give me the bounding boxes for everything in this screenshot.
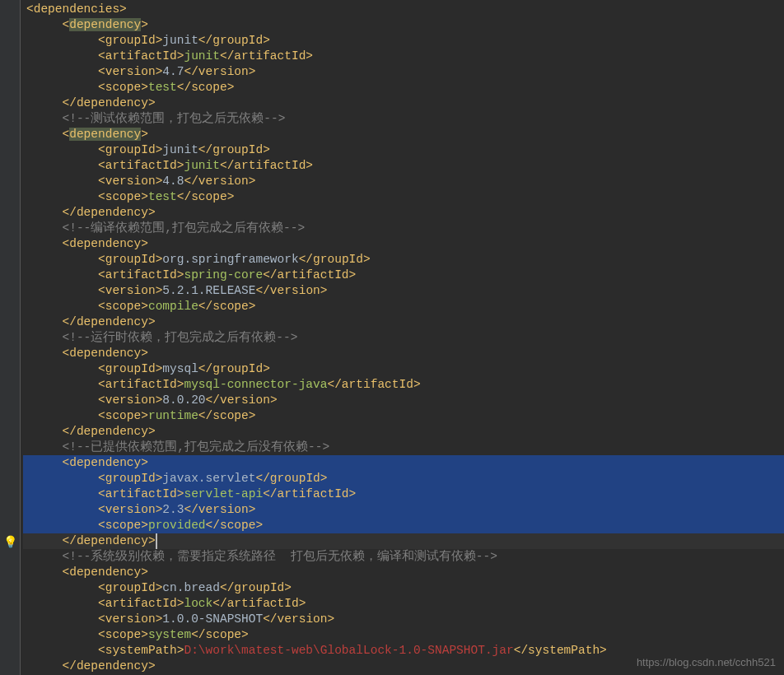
code-line[interactable]: <scope>compile</scope> bbox=[23, 299, 784, 314]
code-token: </version> bbox=[255, 284, 327, 297]
code-token: javax.servlet bbox=[162, 472, 255, 485]
code-editor[interactable]: <dependencies> <dependency> <groupId>jun… bbox=[0, 0, 784, 674]
code-line[interactable]: <version>5.2.1.RELEASE</version> bbox=[23, 283, 784, 299]
code-line[interactable]: </dependency> bbox=[23, 205, 784, 221]
code-line[interactable]: <scope>runtime</scope> bbox=[23, 408, 784, 424]
code-line[interactable]: <!--测试依赖范围，打包之后无依赖--> bbox=[23, 111, 784, 127]
code-line[interactable]: <dependency> bbox=[23, 565, 784, 580]
code-token: </version> bbox=[206, 393, 278, 407]
code-token: <dependency> bbox=[63, 347, 148, 360]
code-line[interactable]: <groupId>javax.servlet</groupId> bbox=[23, 471, 784, 486]
code-token: mysql-connector-java bbox=[184, 378, 327, 391]
watermark: https://blog.csdn.net/cchh521 bbox=[637, 654, 776, 670]
code-token: <!--系统级别依赖，需要指定系统路径 打包后无依赖，编译和测试有依赖--> bbox=[63, 550, 497, 563]
code-line[interactable]: <dependencies> bbox=[23, 2, 784, 17]
code-token: servlet-api bbox=[184, 487, 263, 500]
code-line[interactable]: <scope>test</scope> bbox=[23, 80, 784, 95]
code-token: <!--测试依赖范围，打包之后无依赖--> bbox=[63, 112, 286, 125]
code-token: <version> bbox=[98, 612, 162, 626]
code-token: test bbox=[148, 190, 177, 203]
code-line[interactable]: <artifactId>mysql-connector-java</artifa… bbox=[23, 377, 784, 393]
code-line[interactable]: <groupId>cn.bread</groupId> bbox=[23, 580, 784, 596]
code-line[interactable]: <dependency> bbox=[23, 17, 784, 33]
code-token: <artifactId> bbox=[98, 487, 184, 500]
code-line[interactable]: </dependency> bbox=[23, 95, 784, 111]
code-token: system bbox=[148, 628, 191, 641]
code-token: <scope> bbox=[98, 628, 148, 641]
code-token: </version> bbox=[184, 503, 255, 516]
code-token: 1.0.0-SNAPSHOT bbox=[162, 612, 263, 626]
code-line[interactable]: <version>4.7</version> bbox=[23, 64, 784, 80]
code-token: <scope> bbox=[98, 409, 148, 422]
code-token: 2.3 bbox=[162, 503, 184, 516]
code-token: </scope> bbox=[177, 190, 235, 203]
code-line[interactable]: <groupId>junit</groupId> bbox=[23, 142, 784, 158]
code-line[interactable]: </dependency> bbox=[23, 314, 784, 330]
code-line[interactable]: <scope>system</scope> bbox=[23, 627, 784, 643]
code-token: junit bbox=[162, 143, 198, 156]
code-line[interactable]: <version>1.0.0-SNAPSHOT</version> bbox=[23, 612, 784, 627]
code-token: </artifactId> bbox=[263, 268, 356, 282]
code-line[interactable]: <artifactId>junit</artifactId> bbox=[23, 49, 784, 64]
code-line[interactable]: <!--系统级别依赖，需要指定系统路径 打包后无依赖，编译和测试有依赖--> bbox=[23, 549, 784, 565]
code-token: junit bbox=[184, 49, 220, 63]
code-token: <groupId> bbox=[98, 581, 162, 594]
code-token: </groupId> bbox=[220, 581, 292, 594]
code-token: <artifactId> bbox=[98, 378, 184, 391]
code-line[interactable]: <scope>test</scope> bbox=[23, 189, 784, 205]
code-token: <!--已提供依赖范围,打包完成之后没有依赖--> bbox=[63, 440, 330, 454]
code-token: <scope> bbox=[98, 519, 148, 532]
code-line[interactable]: <dependency> bbox=[23, 346, 784, 361]
code-line[interactable]: <version>2.3</version> bbox=[23, 502, 784, 518]
code-token: dependency bbox=[69, 128, 141, 141]
code-token: spring-core bbox=[184, 268, 263, 282]
code-token: <groupId> bbox=[98, 34, 162, 47]
code-line[interactable]: <dependency> bbox=[23, 236, 784, 252]
code-line[interactable]: <dependency> bbox=[23, 127, 784, 142]
code-token: </groupId> bbox=[255, 472, 327, 485]
code-token: <version> bbox=[98, 503, 162, 516]
code-token: <groupId> bbox=[98, 362, 162, 375]
code-line[interactable]: <version>8.0.20</version> bbox=[23, 393, 784, 408]
code-token: </systemPath> bbox=[514, 644, 607, 657]
code-line[interactable]: <version>4.8</version> bbox=[23, 174, 784, 189]
code-token: </scope> bbox=[198, 409, 256, 422]
code-token: </version> bbox=[184, 175, 255, 188]
code-token: </scope> bbox=[177, 81, 235, 94]
code-line[interactable]: </dependency> bbox=[23, 424, 784, 440]
code-line[interactable]: <dependency> bbox=[23, 455, 784, 471]
code-token: <groupId> bbox=[98, 472, 162, 485]
code-token: <artifactId> bbox=[98, 597, 184, 610]
code-token: <artifactId> bbox=[98, 49, 184, 63]
code-line[interactable]: <!--编译依赖范围,打包完成之后有依赖--> bbox=[23, 221, 784, 236]
code-token: cn.bread bbox=[162, 581, 220, 594]
code-line[interactable]: <groupId>junit</groupId> bbox=[23, 33, 784, 49]
code-token: </groupId> bbox=[299, 253, 371, 266]
code-line[interactable]: <groupId>org.springframework</groupId> bbox=[23, 252, 784, 268]
code-line[interactable]: </dependency> bbox=[23, 533, 784, 549]
code-token: org.springframework bbox=[162, 253, 298, 266]
code-line[interactable]: <!--运行时依赖，打包完成之后有依赖--> bbox=[23, 330, 784, 346]
code-token: </dependency> bbox=[63, 425, 156, 438]
code-token: < bbox=[63, 128, 70, 141]
code-token: </groupId> bbox=[198, 362, 270, 375]
code-line[interactable]: <artifactId>junit</artifactId> bbox=[23, 158, 784, 174]
code-token: </scope> bbox=[198, 300, 256, 313]
code-token: D:\work\matest-web\GlobalLock-1.0-SNAPSH… bbox=[184, 644, 513, 657]
code-token: </artifactId> bbox=[327, 378, 420, 391]
code-token: </groupId> bbox=[198, 143, 270, 156]
code-line[interactable]: <!--已提供依赖范围,打包完成之后没有依赖--> bbox=[23, 440, 784, 455]
code-token: junit bbox=[184, 159, 220, 172]
code-token: <dependency> bbox=[63, 456, 148, 469]
code-line[interactable]: <groupId>mysql</groupId> bbox=[23, 361, 784, 377]
code-line[interactable]: <artifactId>spring-core</artifactId> bbox=[23, 268, 784, 283]
code-token: <dependencies> bbox=[26, 2, 127, 16]
code-token: <version> bbox=[98, 65, 162, 78]
code-token: <scope> bbox=[98, 190, 148, 203]
code-token: compile bbox=[148, 300, 198, 313]
code-token: <!--运行时依赖，打包完成之后有依赖--> bbox=[63, 331, 298, 344]
code-token: <artifactId> bbox=[98, 268, 184, 282]
code-line[interactable]: <artifactId>servlet-api</artifactId> bbox=[23, 486, 784, 502]
code-line[interactable]: <scope>provided</scope> bbox=[23, 518, 784, 533]
code-line[interactable]: <artifactId>lock</artifactId> bbox=[23, 596, 784, 612]
